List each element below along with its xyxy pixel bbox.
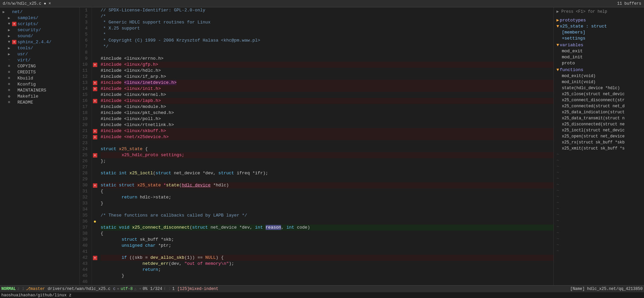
code-line-24: struct x25_state {: [101, 146, 553, 152]
variables-section: ▼ variables: [556, 42, 641, 48]
prototypes-arrow: ▶: [556, 17, 559, 23]
file-tree: ▶ net/ ▶ samples/ ▼ ✕ scripts/ ▶ securit…: [0, 7, 80, 285]
func-x25-rx: x25_rx(struct sk_buff *skb: [556, 139, 641, 145]
code-line-27: [101, 164, 553, 170]
sidebar-item-maintainers[interactable]: ≡ MAINTAINERS: [0, 87, 79, 93]
code-line-31: {: [101, 188, 553, 194]
members-item: [members]: [556, 29, 641, 36]
code-line-36: [101, 219, 553, 225]
mod-exit-var: mod_exit: [556, 48, 641, 54]
file-icon: ≡: [7, 70, 11, 74]
sidebar-item-readme[interactable]: ≡ README: [0, 99, 79, 105]
code-markers: ✕ ✕ ✕ ✕ ✕ ✕ ✕: [92, 7, 98, 285]
tilde-lines: ~~~~~~~~~~~~~~~~~: [556, 152, 641, 254]
code-line-29: [101, 176, 553, 182]
code-line-11: #include <linux/hdlc.h>: [101, 68, 553, 74]
code-line-13: #include <linux/inetdevice.h>: [101, 80, 553, 86]
code-line-45: }: [101, 273, 553, 279]
error-marker-14: ✕: [93, 87, 97, 91]
sidebar-item-kconfig[interactable]: ≡ Kconfig: [0, 81, 79, 87]
sidebar-item-copying[interactable]: ≡ COPYING: [0, 63, 79, 69]
code-line-46: [101, 279, 553, 285]
x25state-label: x25_state : struct: [560, 23, 607, 29]
sidebar-item-label: samples/: [17, 15, 38, 20]
title-bar: d/n/w/hdlc_x25.c ● × 11 buffers: [0, 0, 644, 7]
sidebar-item-virt[interactable]: ~ virt/: [0, 57, 79, 63]
code-line-34: [101, 206, 553, 213]
arrow-icon: ▶: [7, 28, 11, 32]
sidebar-item-sphinx[interactable]: ▼ ✕ sphinx_2.4.4/: [0, 39, 79, 45]
x25state-section: ▼ x25_state : struct: [556, 23, 641, 29]
code-line-9: #include <linux/errno.h>: [101, 56, 553, 62]
code-line-1: // SPDX-License-Identifier: GPL-2.0-only: [101, 7, 553, 13]
sidebar-item-kbuild[interactable]: ≡ Kbuild: [0, 75, 79, 81]
line-numbers: 1 2 3 4 5 6 7 8 9 10 11 12 13 14 15 16 1…: [80, 7, 92, 285]
code-line-28: static int x25_ioctl(struct net_device *…: [101, 170, 553, 176]
variables-label: variables: [560, 42, 583, 48]
status-right: [Name] hdlc_x25.net/qq_4213850: [570, 287, 643, 291]
func-x25-connect-disconnect: x25_connect_disconnect(str: [556, 97, 641, 103]
code-line-43: netdev_err(dev, "out of memory\n");: [101, 261, 553, 267]
sidebar-item-label: tools/: [17, 46, 33, 51]
sidebar-item-sound[interactable]: ▶ sound/: [0, 33, 79, 39]
code-line-22: #include <net/x25device.h>: [101, 134, 553, 140]
error-marker: ✕: [12, 40, 16, 44]
code-line-23: [101, 140, 553, 146]
sidebar-item-makefile[interactable]: ⚙ Makefile: [0, 93, 79, 99]
sidebar-item-scripts[interactable]: ▼ ✕ scripts/: [0, 21, 79, 27]
x25state-arrow: ▼: [556, 23, 559, 29]
arrow-icon: ▼: [7, 22, 11, 26]
error-marker-25: ✕: [93, 153, 97, 158]
code-line-40: unsigned char *ptr;: [101, 243, 553, 249]
status-percent: 0%: [143, 287, 147, 291]
code-line-39: struct sk_buff *skb;: [101, 237, 553, 243]
code-line-16: #include <linux/lapb.h>: [101, 98, 553, 104]
sidebar-item-label: security/: [17, 27, 41, 33]
sidebar-item-credits[interactable]: ≡ CREDITS: [0, 69, 79, 75]
file-icon: ≡: [7, 76, 11, 80]
code-area: 1 2 3 4 5 6 7 8 9 10 11 12 13 14 15 16 1…: [80, 7, 553, 285]
functions-label: functions: [560, 67, 583, 73]
code-line-38: {: [101, 231, 553, 237]
func-x25-ioctl: x25_ioctl(struct net_devic: [556, 127, 641, 133]
code-line-5: *: [101, 32, 553, 38]
code-line-12: #include <linux/if_arp.h>: [101, 74, 553, 80]
sidebar-item-tools[interactable]: ▶ tools/: [0, 45, 79, 51]
file-icon: ≡: [7, 100, 11, 104]
func-state: state(hdlc_device *hdlc): [556, 85, 641, 91]
func-x25-close: x25_close(struct net_devic: [556, 91, 641, 97]
error-marker-10: ✕: [93, 63, 97, 67]
code-line-3: * Generic HDLC support routines for Linu…: [101, 19, 553, 25]
arrow-icon: ▶: [1, 10, 6, 14]
sidebar-item-usr[interactable]: ▶ usr/: [0, 51, 79, 57]
arrow-icon: ▼: [7, 40, 11, 44]
code-line-25: x25_hdlc_proto settings;: [101, 152, 553, 158]
sidebar-item-label: sphinx_2.4.4/: [17, 40, 51, 45]
code-line-6: * Copyright (C) 1999 - 2006 Krzysztof Ha…: [101, 38, 553, 44]
tilde-icon: ~: [7, 58, 11, 62]
sidebar-item-security[interactable]: ▶ security/: [0, 27, 79, 33]
buffer-count: 11 buffers: [617, 1, 641, 6]
arrow-icon: ▶: [7, 16, 11, 20]
func-mod-init: mod_init(void): [556, 79, 641, 85]
arrow-icon: ▶: [7, 46, 11, 50]
sidebar-item-samples[interactable]: ▶ samples/: [0, 15, 79, 21]
func-mod-exit: mod_exit(void): [556, 73, 641, 79]
error-marker-13: ✕: [93, 81, 97, 85]
title-text: d/n/w/hdlc_x25.c ● ×: [3, 1, 51, 6]
right-panel: ▶ Press <F1> for help ▶ prototypes ▼ x25…: [553, 7, 644, 285]
error-marker-30: ✕: [93, 183, 97, 188]
code-line-37: static void x25_connect_disconnect(struc…: [101, 225, 553, 231]
editor[interactable]: 1 2 3 4 5 6 7 8 9 10 11 12 13 14 15 16 1…: [80, 7, 553, 285]
file-icon: ≡: [7, 82, 11, 86]
file-icon: ≡: [7, 88, 11, 92]
sidebar-item-label: Makefile: [17, 94, 38, 99]
code-line-30: static struct x25_state *state(hdlc_devi…: [101, 182, 553, 188]
sidebar-item-label: COPYING: [17, 64, 36, 69]
code-content[interactable]: // SPDX-License-Identifier: GPL-2.0-only…: [98, 7, 553, 285]
code-line-7: */: [101, 44, 553, 50]
status-mode: NORMAL: [1, 287, 16, 291]
variables-arrow: ▼: [556, 42, 559, 48]
sidebar-item-net[interactable]: ▶ net/: [0, 9, 79, 15]
sidebar-item-label: virt/: [17, 58, 31, 63]
